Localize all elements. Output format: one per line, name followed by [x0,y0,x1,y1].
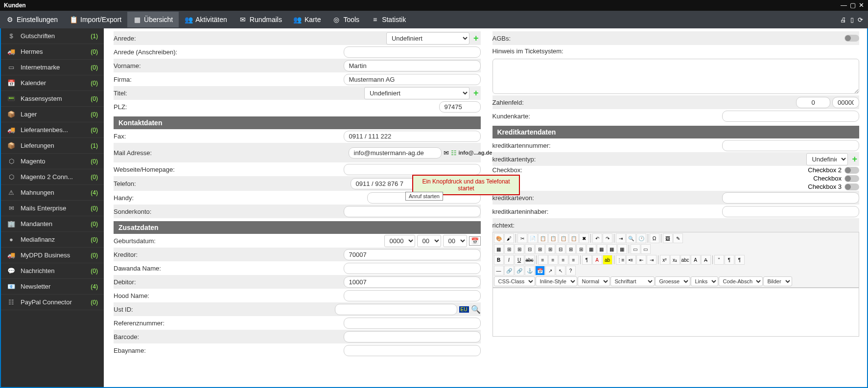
rt-sub-icon[interactable]: x₂ [670,255,680,265]
rt-images-select[interactable]: Bilder [763,276,792,286]
referenz-input[interactable] [344,318,481,329]
geburt-month-select[interactable]: 00 [417,235,441,247]
rt-paste-icon[interactable]: 📋 [538,233,548,243]
menu-uebersicht[interactable]: ▦Übersicht [127,12,179,27]
kktyp-select[interactable]: Undefiniert [806,153,848,165]
sidebar-item-gutschriften[interactable]: $Gutschriften(1) [1,28,104,44]
ebayname-input[interactable] [344,345,481,356]
rt-unlink-icon[interactable]: 🔗 [515,266,524,275]
rt-palette-icon[interactable]: 🎨 [494,233,504,243]
sidebar-item-lager[interactable]: 📦Lager(0) [1,107,104,122]
rt-delete-icon[interactable]: ✖ [579,233,589,243]
sidebar-item-mediafinanz[interactable]: ●Mediafinanz(0) [1,232,104,248]
zahlenfeld2-input[interactable] [832,97,859,108]
kkinhaber-input[interactable] [722,206,859,217]
rt-anchor-icon[interactable]: ⚓ [525,266,535,275]
maximize-button[interactable]: ▢ [850,1,856,9]
rt-align-left-icon[interactable]: ≡ [538,255,548,265]
rt-clearfmt-icon[interactable]: A̶ [701,255,711,265]
rt-font-select[interactable]: Schriftart [610,276,655,286]
rt-copy-icon[interactable]: 📄 [528,233,538,243]
rt-undo-icon[interactable]: ↶ [592,233,602,243]
sidebar-item-hermes[interactable]: 🚚Hermes(0) [1,44,104,60]
rt-col3-icon[interactable]: ⊟ [556,244,565,254]
dawanda-input[interactable] [344,263,481,274]
rt-brush-icon[interactable]: 🖌 [504,233,514,243]
sidebar-item-paypal[interactable]: ☷PayPal Connector(0) [1,295,104,310]
rt-align-right-icon[interactable]: ≡ [559,255,568,265]
rt-underline-icon[interactable]: U [515,255,524,265]
sidebar-item-mahnungen[interactable]: ⚠Mahnungen(4) [1,185,104,201]
kundenkarte-input[interactable] [722,111,859,122]
fax-input[interactable] [344,131,481,142]
mail-send-icon[interactable]: ✉ [444,149,449,157]
rt-help-icon[interactable]: ? [566,266,576,275]
rt-image-icon[interactable]: 🖼 [663,233,673,243]
minimize-button[interactable]: — [841,1,847,9]
sonderkonto-input[interactable] [344,206,481,217]
rt-italic-icon[interactable]: I [504,255,514,265]
calendar-picker-icon[interactable]: 📅 [469,236,481,246]
sidebar-item-mails[interactable]: ✉Mails Enterprise(0) [1,201,104,216]
sidebar-item-nachrichten[interactable]: 💬Nachrichten(0) [1,263,104,279]
print-icon[interactable]: 🖨 [840,16,846,23]
device-icon[interactable]: ▯ [850,16,854,23]
rt-normal-select[interactable]: Normal [578,276,610,286]
refresh-icon[interactable]: ⟳ [858,16,863,23]
rt-bold-icon[interactable]: B [494,255,504,265]
rt-ltr-icon[interactable]: ¶ [582,255,592,265]
rt-pilcrow-icon[interactable]: ¶ [725,255,734,265]
search-icon[interactable]: 🔍 [471,305,481,314]
rt-quote-icon[interactable]: " [714,255,724,265]
rt-cell-icon[interactable]: ▦ [586,244,596,254]
sidebar-item-magento[interactable]: ⬡Magento(0) [1,154,104,169]
kknummer-input[interactable] [722,140,859,151]
close-button[interactable]: ✕ [859,1,864,9]
menu-importexport[interactable]: 📋Import/Export [64,12,127,27]
eu-flag-icon[interactable]: EU [459,306,469,313]
checkbox-toggle[interactable] [845,175,859,182]
sidebar-item-newsletter[interactable]: 📧Newsletter(4) [1,279,104,295]
rt-align-center-icon[interactable]: ≡ [548,255,558,265]
menu-aktivitaeten[interactable]: 👥Aktivitäten [179,12,233,27]
sidebar-item-internetmarke[interactable]: ▭Internetmarke(0) [1,60,104,75]
sidebar-item-lieferungen[interactable]: 📦Lieferungen(1) [1,138,104,154]
rt-paste3-icon[interactable]: 📋 [559,233,568,243]
anrede-anschreiben-input[interactable] [344,46,481,58]
checkbox3-toggle[interactable] [845,183,859,190]
geburt-year-select[interactable]: 0000 [384,235,415,247]
rt-cssclass-select[interactable]: CSS-Class [494,276,535,286]
rt-clock-icon[interactable]: 🕐 [636,233,646,243]
add-anrede-button[interactable]: + [471,33,481,44]
menu-tools[interactable]: ◎Tools [327,12,365,27]
menu-rundmails[interactable]: ✉Rundmails [233,12,288,27]
richtext-body[interactable] [493,288,860,337]
kkvon-input[interactable] [722,192,859,204]
plz-input[interactable] [439,101,481,113]
hood-input[interactable] [344,290,481,301]
add-titel-button[interactable]: + [471,88,481,98]
sidebar-item-mydpd[interactable]: 🚚MyDPD Business(0) [1,248,104,263]
sidebar-item-lieferantenbes[interactable]: 🚚Lieferantenbes...(0) [1,122,104,138]
rt-omega-icon[interactable]: Ω [650,233,659,243]
sidebar-item-kalender[interactable]: 📅Kalender(0) [1,75,104,91]
rt-tab-icon[interactable]: ⇥ [616,233,626,243]
rt-cut-icon[interactable]: ✂ [517,233,527,243]
rt-row2-icon[interactable]: ⊞ [515,244,524,254]
webseite-input[interactable] [344,164,481,175]
rt-inlinestyle-select[interactable]: Inline-Style [536,276,577,286]
rt-cell3-icon[interactable]: ▦ [607,244,617,254]
rt-outdent-icon[interactable]: ⇤ [636,255,646,265]
rt-paste2-icon[interactable]: 📋 [548,233,558,243]
rt-indent-icon[interactable]: ⇥ [647,255,657,265]
titel-select[interactable]: Undefiniert [364,87,469,99]
checkbox2-toggle[interactable] [845,167,859,174]
rt-table-icon[interactable]: ▦ [494,244,504,254]
rt-color-icon[interactable]: A [592,255,602,265]
rt-smallcaps-icon[interactable]: abc [680,255,690,265]
sidebar-item-kassensystem[interactable]: 📟Kassensystem(0) [1,91,104,107]
add-kktyp-button[interactable]: + [850,154,859,164]
sidebar-item-magento2[interactable]: ⬡Magento 2 Conn...(0) [1,169,104,185]
rt-merge-icon[interactable]: ⊞ [576,244,586,254]
rt-links-select[interactable]: Links [691,276,718,286]
